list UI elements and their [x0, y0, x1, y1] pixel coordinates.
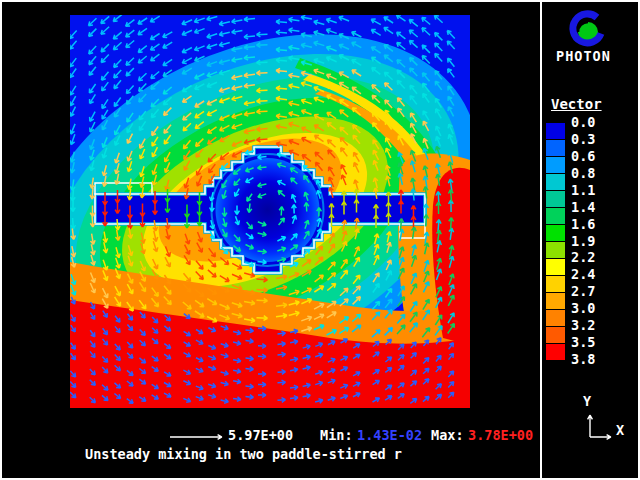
- legend-swatch: [546, 293, 565, 309]
- legend-value: 2.4: [571, 266, 595, 282]
- legend-value: 1.6: [571, 216, 595, 232]
- legend-swatch: [546, 174, 565, 190]
- legend-swatch: [546, 157, 565, 173]
- photon-logo-graphic: [573, 14, 601, 43]
- max-label: Max:: [431, 428, 464, 443]
- legend-value: 3.2: [571, 317, 595, 333]
- axis-y-label: Y: [583, 394, 591, 409]
- legend-swatch: [546, 276, 565, 292]
- legend-swatch: [546, 208, 565, 224]
- legend-value: 0.0: [571, 114, 595, 130]
- legend-swatch: [546, 191, 565, 207]
- legend-swatch: [546, 344, 565, 360]
- legend-value: 2.2: [571, 249, 595, 265]
- legend-value: 2.7: [571, 283, 595, 299]
- photon-window: PHOTON Vector 0.00.30.60.81.11.41.61.92.…: [0, 0, 640, 480]
- legend-value: 3.8: [571, 351, 595, 367]
- legend-swatch: [546, 259, 565, 275]
- max-value: 3.78E+00: [468, 428, 533, 443]
- legend-value: 0.8: [571, 165, 595, 181]
- legend-swatch: [546, 310, 565, 326]
- legend-value: 0.3: [571, 131, 595, 147]
- legend-value: 0.6: [571, 148, 595, 164]
- legend-value: 1.9: [571, 233, 595, 249]
- panel-divider: [540, 2, 542, 478]
- legend-swatch: [546, 327, 565, 343]
- legend-value: 1.1: [571, 182, 595, 198]
- plot-caption: Unsteady mixing in two paddle-stirred r: [85, 447, 402, 462]
- legend-title: Vector: [551, 97, 602, 112]
- legend-value: 3.0: [571, 300, 595, 316]
- legend-swatch: [546, 242, 565, 258]
- min-label: Min:: [320, 428, 353, 443]
- min-value: 1.43E-02: [357, 428, 422, 443]
- legend-value: 3.5: [571, 334, 595, 350]
- scale-bar-value: 5.97E+00: [228, 428, 293, 443]
- vector-plot: [0, 0, 640, 480]
- legend-swatch: [546, 225, 565, 241]
- legend-swatch: [546, 123, 565, 139]
- app-name: PHOTON: [556, 49, 611, 64]
- legend-swatch: [546, 140, 565, 156]
- axis-x-label: X: [616, 423, 624, 438]
- legend-value: 1.4: [571, 199, 595, 215]
